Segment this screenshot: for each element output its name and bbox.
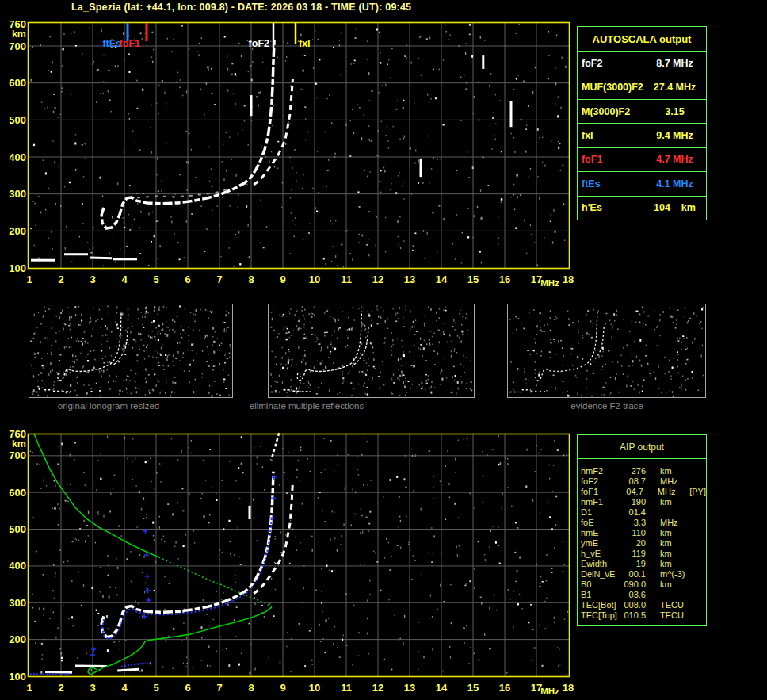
axis-tick-label: 400 <box>9 560 26 572</box>
aip-value: 119 <box>622 549 646 559</box>
axis-tick-label: 3 <box>90 682 95 694</box>
aip-label: B1 <box>581 590 622 600</box>
aip-label: hmE <box>581 528 622 538</box>
aip-unit: m^(-3) <box>660 569 692 580</box>
axis-tick-label: 9 <box>280 682 285 694</box>
aip-row: hmF2276km <box>581 466 706 476</box>
axis-tick-label: 500 <box>9 114 26 126</box>
axis-tick-label: 6 <box>185 273 190 285</box>
aip-value: 00.1 <box>622 569 646 580</box>
frequency-markers: ftEsfoF1foF2fxI <box>102 23 310 49</box>
aip-row: foE3.3MHz <box>581 518 706 528</box>
aip-note: [PY] <box>689 487 706 497</box>
aip-unit: km <box>660 549 692 559</box>
axis-tick-label: 18 <box>563 273 574 285</box>
aip-unit <box>660 507 692 518</box>
axis-tick-label: 1 <box>26 273 32 285</box>
axis-tick-label: 7 <box>216 273 222 285</box>
axis-tick-label: 400 <box>9 151 26 163</box>
autoscala-param: fxI <box>578 124 643 147</box>
aip-value: 008.0 <box>622 600 646 610</box>
autoscala-row: ftEs4.1 MHz <box>578 172 706 196</box>
aip-unit: km <box>660 559 692 569</box>
autoscala-value: 4.1 MHz <box>643 172 706 195</box>
thumbnail-panel-2 <box>508 304 706 398</box>
aip-label: h_vE <box>581 549 622 559</box>
axis-tick-label: 200 <box>9 633 26 645</box>
aip-unit <box>660 590 692 600</box>
autoscala-value: 4.7 MHz <box>643 148 706 171</box>
aip-unit: MHz <box>660 476 692 487</box>
autoscala-value: 27.4 MHz <box>643 75 706 98</box>
aip-label: Ewidth <box>581 559 622 569</box>
axis-tick-label: 11 <box>341 273 352 285</box>
axis-tick-label: 300 <box>9 597 26 609</box>
autoscala-param: ftEs <box>578 172 643 195</box>
aip-label: foE <box>581 518 622 528</box>
autoscala-value: 104 km <box>643 197 706 220</box>
autoscala-value: 9.4 MHz <box>643 124 706 147</box>
autoscaled-Es-rise <box>121 663 150 667</box>
aip-value: 04.7 <box>620 487 643 497</box>
autoscala-row: foF28.7 MHz <box>578 52 706 75</box>
aip-table: AIP output hmF2276kmfoF208.7MHzfoF104.7M… <box>577 434 707 626</box>
foF1-marker-label: foF1 <box>120 38 140 49</box>
foF2-marker-label: foF2 <box>249 38 269 49</box>
autoscala-param: foF2 <box>578 52 643 75</box>
thumbnail-panel-1 <box>269 304 475 398</box>
aip-unit: km <box>660 528 692 538</box>
thumbnail-caption-evidence: evidence F2 trace <box>570 401 643 411</box>
axis-tick-label: 14 <box>436 682 448 694</box>
axis-tick-label: 9 <box>280 273 285 285</box>
echo-traces <box>30 433 293 675</box>
aip-row: TEC[Top]010.5TECU <box>581 610 706 621</box>
aip-label: foF2 <box>581 476 622 487</box>
autoscala-row: foF14.7 MHz <box>578 148 706 172</box>
profile-dotted <box>158 557 272 607</box>
aip-value: 110 <box>622 528 646 538</box>
axis-tick-label: 100 <box>9 262 26 274</box>
aip-row: B103.6 <box>581 590 706 600</box>
aip-row: ymE20km <box>581 538 706 549</box>
aip-row: foF104.7MHz[PY] <box>581 487 706 497</box>
aip-row: TEC[Bot]008.0TECU <box>581 600 706 610</box>
aip-value: 010.5 <box>622 610 646 621</box>
axis-tick-label: MHz <box>540 687 559 696</box>
aip-unit: TECU <box>660 600 692 610</box>
thumbnail-caption-eliminate: eliminate multiple reflections <box>250 401 364 411</box>
aip-row: hmE110km <box>581 528 706 538</box>
autoscala-param: MUF(3000)F2 <box>578 75 643 98</box>
axis-tick-label: 8 <box>248 682 254 694</box>
aip-row: h_vE119km <box>581 549 706 559</box>
thumbnail-panel-0 <box>29 304 233 398</box>
profile-bottomside <box>88 607 272 675</box>
aip-row: D101.4 <box>581 507 706 518</box>
axis-tick-label: 12 <box>372 273 384 285</box>
axis-tick-label: km <box>12 29 26 40</box>
axis-tick-label: 13 <box>404 682 415 694</box>
axis-tick-label: 10 <box>309 273 320 285</box>
aip-row: DelN_vE00.1m^(-3) <box>581 569 706 580</box>
aip-unit: km <box>660 497 692 507</box>
ionogram-top: ftEsfoF1foF2fxI1234567891011121314151617… <box>9 18 574 289</box>
aip-label: D1 <box>581 507 622 518</box>
axis-tick-label: 500 <box>9 523 26 535</box>
aip-table-header: AIP output <box>578 435 706 459</box>
axis-tick-label: 600 <box>9 77 26 89</box>
aip-unit: km <box>660 466 692 476</box>
axis-tick-label: MHz <box>540 278 559 288</box>
axis-tick-label: 300 <box>9 188 26 200</box>
ionogram-bottom: 1234567891011121314151617187607006005004… <box>9 428 574 697</box>
fxI-marker-label: fxI <box>299 38 311 49</box>
aip-label: TEC[Bot] <box>581 600 622 610</box>
autoscala-table-rows: foF28.7 MHzMUF(3000)F227.4 MHzM(3000)F23… <box>578 52 706 220</box>
Es-layer-trace <box>31 254 137 260</box>
aip-unit: MHz <box>660 518 692 528</box>
aip-value: 20 <box>622 538 646 549</box>
autoscala-param: h'Es <box>578 197 643 220</box>
aip-row: foF208.7MHz <box>581 476 706 487</box>
axis-tick-label: 15 <box>467 273 479 285</box>
aip-unit: MHz <box>658 487 688 497</box>
autoscala-param: foF1 <box>578 148 643 171</box>
aip-label: foF1 <box>581 487 620 497</box>
